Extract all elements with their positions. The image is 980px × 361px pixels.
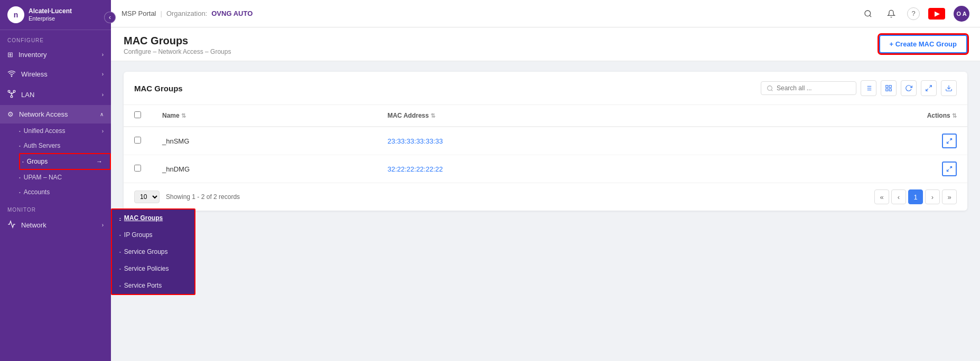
org-name[interactable]: OVNG AUTO xyxy=(211,10,253,17)
sidebar-item-network[interactable]: Network › xyxy=(0,215,111,235)
row-checkbox[interactable] xyxy=(134,165,141,172)
expand-row-btn[interactable] xyxy=(942,162,957,176)
sidebar-sub-unified-access[interactable]: • Unified Access › xyxy=(19,124,111,138)
chevron-right-icon: › xyxy=(102,52,104,58)
row-name-cell: _hnDMG xyxy=(152,155,377,183)
row-mac-cell[interactable]: 23:33:33:33:33:33 xyxy=(377,127,731,155)
flyout-item-service-policies[interactable]: • Service Policies xyxy=(112,260,194,277)
org-separator: | xyxy=(161,10,162,17)
row-mac-cell[interactable]: 32:22:22:22:22:22 xyxy=(377,155,731,183)
per-page-select[interactable]: 10 25 50 xyxy=(134,191,160,203)
sidebar-item-inventory[interactable]: ⊞ Inventory › xyxy=(0,45,111,64)
sidebar-sub-auth-servers[interactable]: • Auth Servers xyxy=(19,138,111,153)
actions-filter-icon[interactable]: ⇅ xyxy=(952,112,957,119)
youtube-icon-btn[interactable]: ▶ xyxy=(928,8,945,20)
last-page-btn[interactable]: » xyxy=(942,189,957,204)
svg-rect-20 xyxy=(886,89,888,91)
brand-sub: Enterprise xyxy=(29,15,72,22)
name-column-header: Name ⇅ xyxy=(152,105,377,127)
pagination-bar: 10 25 50 Showing 1 - 2 of 2 records « ‹ … xyxy=(124,183,967,211)
sidebar-item-wireless[interactable]: Wireless › xyxy=(0,64,111,84)
topbar: MSP Portal | Organization: OVNG AUTO ? ▶… xyxy=(111,0,980,27)
row-checkbox-cell xyxy=(124,127,152,155)
network-icon xyxy=(7,220,16,230)
row-checkbox[interactable] xyxy=(134,137,141,144)
breadcrumb-groups[interactable]: Groups xyxy=(210,48,231,55)
sidebar-item-label: Network xyxy=(21,221,46,229)
bullet-icon: • xyxy=(19,175,21,180)
first-page-btn[interactable]: « xyxy=(874,189,889,204)
svg-point-7 xyxy=(865,11,871,16)
sidebar-toggle-button[interactable]: ‹ xyxy=(104,12,116,23)
next-page-btn[interactable]: › xyxy=(925,189,940,204)
select-all-header xyxy=(124,105,152,127)
svg-line-6 xyxy=(12,92,14,94)
download-btn[interactable] xyxy=(941,80,957,96)
main-content: MSP Portal | Organization: OVNG AUTO ? ▶… xyxy=(111,0,980,361)
network-access-icon: ⚙ xyxy=(7,110,14,118)
mac-filter-icon[interactable]: ⇅ xyxy=(431,112,435,119)
card-title: MAC Groups xyxy=(134,84,183,93)
breadcrumb-network-access[interactable]: Network Access xyxy=(158,48,203,55)
search-input[interactable] xyxy=(777,84,851,92)
svg-rect-3 xyxy=(11,96,12,97)
flyout-item-service-ports[interactable]: • Service Ports xyxy=(112,277,194,294)
svg-line-10 xyxy=(771,90,772,91)
bullet-icon: • xyxy=(19,144,21,148)
row-actions-cell xyxy=(731,155,967,183)
configure-section-label: CONFIGURE xyxy=(0,30,111,45)
user-avatar[interactable]: O A xyxy=(954,6,969,22)
prev-page-btn[interactable]: ‹ xyxy=(891,189,906,204)
table-row: _hnDMG 32:22:22:22:22:22 xyxy=(124,155,967,183)
sidebar-item-lan[interactable]: LAN › xyxy=(0,84,111,105)
arrow-right-icon: → xyxy=(96,158,102,165)
card-header: MAC Groups xyxy=(124,72,967,105)
flyout-item-mac-groups[interactable]: • MAC Groups xyxy=(112,210,194,226)
svg-line-8 xyxy=(870,15,871,17)
chevron-right-icon: › xyxy=(102,92,104,98)
sidebar-sub-accounts[interactable]: • Accounts xyxy=(19,185,111,200)
search-icon-btn[interactable] xyxy=(861,6,875,21)
breadcrumb-configure[interactable]: Configure xyxy=(124,48,151,55)
sidebar-sub-groups[interactable]: • Groups → xyxy=(19,153,111,170)
bell-icon-btn[interactable] xyxy=(884,6,899,21)
flyout-item-service-groups[interactable]: • Service Groups xyxy=(112,243,194,260)
sidebar-logo: n Alcatel·Lucent Enterprise xyxy=(0,0,111,30)
select-all-checkbox[interactable] xyxy=(134,111,141,118)
name-filter-icon[interactable]: ⇅ xyxy=(181,112,186,119)
bullet-icon: • xyxy=(19,129,21,134)
svg-rect-17 xyxy=(886,86,888,88)
flyout-item-ip-groups[interactable]: • IP Groups xyxy=(112,226,194,243)
groups-flyout: • MAC Groups • IP Groups • Service Group… xyxy=(111,208,195,295)
per-page-selector: 10 25 50 xyxy=(134,191,160,203)
expand-row-btn[interactable] xyxy=(942,134,957,148)
row-name-cell: _hnSMG xyxy=(152,127,377,155)
help-icon-btn[interactable]: ? xyxy=(907,7,920,20)
svg-point-9 xyxy=(768,86,772,90)
column-toggle-btn[interactable] xyxy=(861,80,876,96)
expand-btn[interactable] xyxy=(921,80,937,96)
refresh-btn[interactable] xyxy=(901,80,917,96)
sidebar-item-network-access[interactable]: ⚙ Network Access ∧ xyxy=(0,105,111,124)
sidebar-sub-upam-nac[interactable]: • UPAM – NAC xyxy=(19,170,111,185)
bullet-icon: • xyxy=(19,190,21,195)
row-actions-cell xyxy=(731,127,967,155)
sidebar-item-label: Inventory xyxy=(18,51,46,59)
mac-groups-table: Name ⇅ MAC Address ⇅ Actions ⇅ xyxy=(124,105,967,183)
breadcrumb-sep2: – xyxy=(205,48,210,55)
sidebar: n Alcatel·Lucent Enterprise CONFIGURE ⊞ … xyxy=(0,0,111,361)
grid-view-btn[interactable] xyxy=(881,80,897,96)
create-mac-group-button[interactable]: + Create MAC Group xyxy=(879,35,968,53)
sidebar-item-label: Network Access xyxy=(19,110,68,118)
lan-icon xyxy=(7,90,16,100)
bullet-icon: • xyxy=(22,159,24,164)
page-1-btn[interactable]: 1 xyxy=(908,189,923,204)
chevron-right-icon: › xyxy=(102,71,104,77)
bullet-icon: • xyxy=(119,267,121,271)
card-tools xyxy=(761,80,957,96)
actions-column-header: Actions ⇅ xyxy=(731,105,967,127)
sidebar-item-label: Wireless xyxy=(21,70,48,78)
bullet-icon: • xyxy=(119,233,121,238)
sidebar-item-label: LAN xyxy=(21,91,34,99)
page-header: MAC Groups Configure – Network Access – … xyxy=(111,27,980,61)
